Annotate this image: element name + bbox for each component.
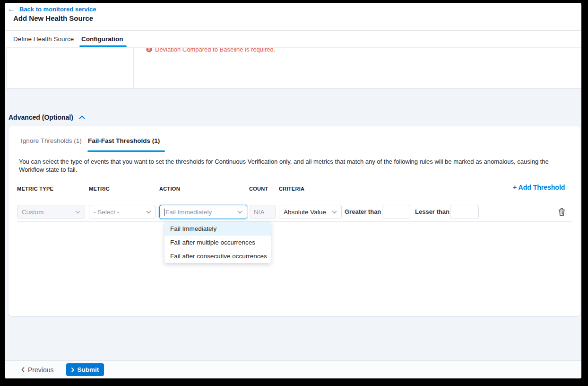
card-active-tab-underline	[87, 150, 165, 152]
trash-icon	[558, 208, 565, 216]
metric-type-select[interactable]: Custom	[17, 205, 85, 219]
chevron-down-icon	[237, 211, 242, 214]
description-line-1: You can select the type of events that y…	[19, 158, 549, 166]
greater-than-label: Greater than	[345, 208, 381, 215]
chevron-down-icon	[146, 211, 151, 214]
panel-vertical-divider	[133, 48, 134, 88]
tab-fail-fast-thresholds[interactable]: Fail-Fast Thresholds (1)	[88, 137, 160, 144]
page-title: Add New Health Source	[13, 14, 93, 22]
text-cursor	[164, 209, 164, 216]
count-input[interactable]	[250, 205, 276, 219]
column-header-metric-type: METRIC TYPE	[17, 186, 53, 192]
footer-bar: Previous Submit	[5, 360, 581, 378]
description-line-2: Workflow state to fail.	[19, 166, 549, 174]
add-threshold-button[interactable]: + Add Threshold	[513, 184, 565, 191]
error-message: Deviation Compared to Baseline is requir…	[155, 47, 275, 53]
tab-configuration[interactable]: Configuration	[81, 35, 123, 43]
previous-button-label: Previous	[28, 366, 53, 374]
criteria-select[interactable]: Absolute Value	[279, 205, 342, 219]
chevron-down-icon	[75, 211, 80, 214]
column-header-action: ACTION	[159, 186, 180, 192]
delete-threshold-button[interactable]	[557, 207, 566, 217]
add-health-source-dialog: ← Back to monitored service Add New Heal…	[5, 3, 581, 378]
advanced-section-toggle[interactable]: Advanced (Optional)	[9, 114, 85, 121]
submit-button[interactable]: Submit	[66, 363, 104, 376]
thresholds-description: You can select the type of events that y…	[19, 158, 549, 174]
advanced-section-label: Advanced (Optional)	[9, 114, 73, 121]
column-header-metric: METRIC	[89, 186, 110, 192]
submit-button-label: Submit	[77, 366, 99, 373]
back-link-label[interactable]: Back to monitored service	[19, 6, 96, 13]
previous-button[interactable]: Previous	[21, 366, 53, 374]
tab-ignore-thresholds[interactable]: Ignore Thresholds (1)	[21, 137, 82, 144]
lesser-than-input[interactable]	[450, 205, 479, 219]
error-icon	[146, 47, 152, 53]
menu-item-fail-after-consecutive[interactable]: Fail after consecutive occurrences	[164, 249, 271, 263]
chevron-left-icon	[21, 367, 25, 372]
configuration-panel: Deviation Compared to Baseline is requir…	[6, 47, 581, 88]
action-select[interactable]: Fail Immediately	[159, 205, 247, 219]
back-link[interactable]: ← Back to monitored service	[8, 5, 96, 13]
chevron-down-icon	[332, 211, 337, 214]
thresholds-card: Ignore Thresholds (1) Fail-Fast Threshol…	[9, 126, 580, 316]
chevron-up-icon[interactable]	[79, 115, 85, 119]
arrow-left-icon: ←	[8, 5, 15, 13]
metric-type-value: Custom	[22, 209, 44, 216]
main-tabbar: Define Health Source Configuration	[5, 31, 581, 47]
active-tab-underline	[79, 45, 127, 47]
menu-item-fail-after-multiple[interactable]: Fail after multiple occurrences	[164, 236, 271, 249]
greater-than-input[interactable]	[382, 205, 410, 219]
metric-value: - Select -	[94, 209, 119, 216]
criteria-value: Absolute Value	[284, 209, 326, 216]
column-header-criteria: CRITERIA	[279, 186, 304, 192]
validation-error: Deviation Compared to Baseline is requir…	[146, 47, 275, 53]
chevron-right-icon	[71, 368, 74, 372]
row-separator	[17, 221, 572, 222]
lesser-than-label: Lesser than	[415, 208, 450, 215]
column-header-count: COUNT	[249, 186, 268, 192]
menu-item-fail-immediately[interactable]: Fail Immediately	[164, 222, 271, 236]
tab-define-health-source[interactable]: Define Health Source	[13, 35, 74, 43]
action-value: Fail Immediately	[165, 209, 212, 216]
action-dropdown-menu: Fail Immediately Fail after multiple occ…	[164, 222, 271, 263]
metric-select[interactable]: - Select -	[89, 205, 156, 219]
